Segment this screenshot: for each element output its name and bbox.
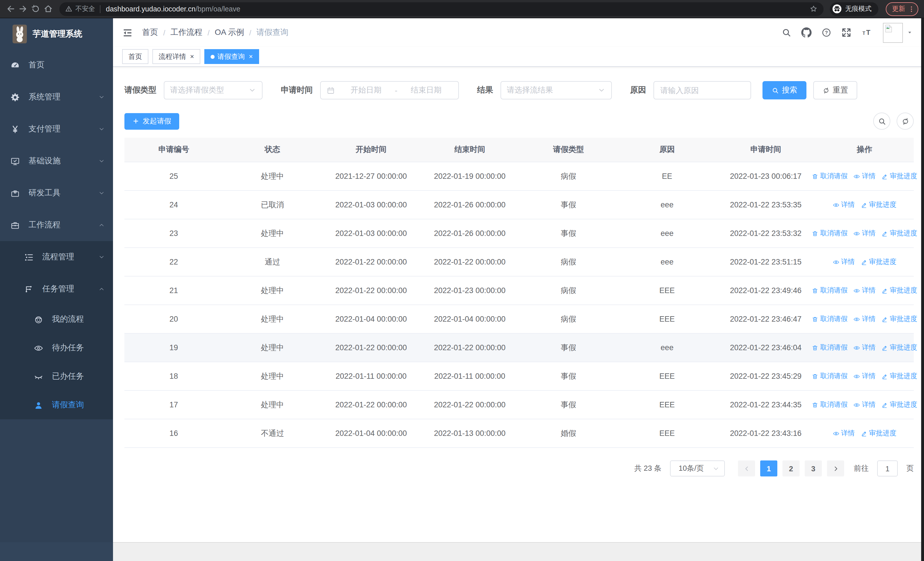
sidebar-item-task-mgmt[interactable]: 任务管理 — [0, 273, 113, 305]
page-button-3[interactable]: 3 — [805, 460, 822, 477]
sidebar-item-leave-query[interactable]: 请假查询 — [0, 391, 113, 419]
approval-progress-link[interactable]: 审批进度 — [881, 171, 917, 181]
sidebar-item-process-mgmt[interactable]: 流程管理 — [0, 241, 113, 273]
sidebar-item-system-mgmt[interactable]: 系统管理 — [0, 81, 113, 113]
page-button-1[interactable]: 1 — [760, 460, 777, 477]
hide-search-button[interactable] — [873, 113, 890, 130]
browser-menu-kebab-icon[interactable] — [908, 5, 915, 13]
sidebar-menu: 首页系统管理支付管理基础设施研发工具工作流程流程管理任务管理我的流程待办任务已办… — [0, 49, 113, 419]
date-range-picker[interactable]: 开始日期 - 结束日期 — [320, 81, 459, 99]
reset-button[interactable]: 重置 — [813, 81, 857, 99]
create-leave-button[interactable]: 发起请假 — [124, 113, 179, 129]
sidebar-item-my-process[interactable]: 我的流程 — [0, 305, 113, 334]
approval-progress-link[interactable]: 审批进度 — [860, 429, 896, 438]
eye-icon — [853, 316, 860, 322]
breadcrumb-item[interactable]: 请假查询 — [256, 27, 288, 38]
breadcrumb-item[interactable]: 首页 — [142, 27, 158, 38]
tab-home[interactable]: 首页 — [122, 49, 148, 64]
detail-link[interactable]: 详情 — [853, 286, 876, 295]
security-badge[interactable]: 不安全 — [75, 5, 95, 13]
reason-input[interactable] — [654, 81, 751, 99]
approval-progress-link[interactable]: 审批进度 — [860, 200, 896, 210]
tab-leave-query[interactable]: 请假查询× — [204, 49, 259, 64]
update-button[interactable]: 更新 — [886, 2, 918, 16]
approval-progress-link[interactable]: 审批进度 — [881, 314, 917, 324]
sidebar-item-done-task[interactable]: 已办任务 — [0, 362, 113, 391]
detail-link[interactable]: 详情 — [853, 314, 876, 324]
tab-process-detail[interactable]: 流程详情× — [152, 49, 200, 64]
approval-progress-link[interactable]: 审批进度 — [881, 343, 917, 352]
breadcrumb-item[interactable]: OA 示例 — [215, 27, 244, 38]
browser-reload-button[interactable] — [31, 4, 40, 14]
detail-link[interactable]: 详情 — [832, 429, 855, 438]
leave-type-select[interactable]: 请选择请假类型 — [164, 81, 262, 99]
close-tab-icon[interactable]: × — [249, 53, 253, 60]
end-date-input[interactable]: 结束日期 — [400, 85, 453, 95]
cancel-leave-link[interactable]: 取消请假 — [812, 314, 848, 324]
cell-leave-type: 事假 — [519, 362, 618, 391]
cell-id: 21 — [124, 276, 223, 305]
browser-forward-button[interactable] — [18, 4, 28, 14]
cell-apply-time: 2022-01-23 00:06:17 — [717, 162, 815, 191]
detail-link[interactable]: 详情 — [853, 171, 876, 181]
cell-apply-time: 2022-01-22 23:53:35 — [717, 191, 815, 219]
sidebar-item-home[interactable]: 首页 — [0, 49, 113, 81]
incognito-label: 无痕模式 — [845, 5, 872, 13]
sidebar-collapse-icon[interactable] — [122, 27, 133, 38]
approval-progress-link[interactable]: 审批进度 — [881, 400, 917, 410]
url-bar[interactable]: 不安全 dashboard.yudao.iocoder.cn /bpm/oa/l… — [59, 2, 824, 16]
breadcrumb-item[interactable]: 工作流程 — [170, 27, 202, 38]
browser-home-button[interactable] — [44, 4, 53, 14]
avatar[interactable] — [883, 23, 903, 42]
column-header: 开始时间 — [322, 138, 421, 162]
logo[interactable]: 芋道管理系统 — [0, 18, 113, 49]
cancel-leave-link[interactable]: 取消请假 — [812, 286, 848, 295]
search-icon — [878, 117, 886, 125]
approval-progress-link[interactable]: 审批进度 — [881, 286, 917, 295]
approval-progress-link[interactable]: 审批进度 — [881, 229, 917, 238]
sidebar-item-todo-task[interactable]: 待办任务 — [0, 334, 113, 362]
cancel-leave-link[interactable]: 取消请假 — [812, 171, 848, 181]
next-page-button[interactable] — [827, 460, 844, 477]
sidebar-item-dev-tools[interactable]: 研发工具 — [0, 177, 113, 209]
detail-link[interactable]: 详情 — [853, 229, 876, 238]
detail-link[interactable]: 详情 — [832, 257, 855, 267]
sidebar-bottom — [0, 542, 113, 561]
cancel-leave-link[interactable]: 取消请假 — [812, 371, 848, 381]
detail-link[interactable]: 详情 — [853, 400, 876, 410]
bookmark-star-icon[interactable] — [809, 5, 818, 13]
sidebar-item-workflow[interactable]: 工作流程 — [0, 209, 113, 241]
github-icon[interactable] — [801, 27, 812, 38]
tab-label: 流程详情 — [159, 52, 186, 62]
search-icon[interactable] — [782, 27, 792, 38]
page-scrollbar[interactable] — [921, 18, 924, 561]
fullscreen-icon[interactable] — [841, 27, 852, 38]
prev-page-button[interactable] — [738, 460, 755, 477]
browser-back-button[interactable] — [6, 4, 15, 14]
result-select[interactable]: 请选择流结果 — [501, 81, 612, 99]
briefcase-icon — [10, 220, 20, 230]
page-size-select[interactable]: 10条/页 — [670, 460, 725, 477]
detail-link[interactable]: 详情 — [832, 200, 855, 210]
close-tab-icon[interactable]: × — [190, 53, 194, 60]
sidebar-item-infrastructure[interactable]: 基础设施 — [0, 145, 113, 177]
leave-type-placeholder: 请选择请假类型 — [170, 85, 224, 95]
cancel-leave-link[interactable]: 取消请假 — [812, 343, 848, 352]
goto-page-input[interactable] — [877, 460, 898, 477]
detail-link[interactable]: 详情 — [853, 343, 876, 352]
start-date-input[interactable]: 开始日期 — [340, 85, 393, 95]
row-actions: 取消请假详情审批进度 — [815, 343, 914, 352]
user-menu[interactable] — [883, 23, 913, 42]
cell-actions: 取消请假详情审批进度 — [815, 219, 914, 248]
font-size-icon[interactable]: TT — [861, 27, 873, 38]
help-icon[interactable]: ? — [821, 27, 831, 38]
page-button-2[interactable]: 2 — [783, 460, 800, 477]
refresh-table-button[interactable] — [897, 113, 914, 130]
cancel-leave-link[interactable]: 取消请假 — [812, 229, 848, 238]
search-button[interactable]: 搜索 — [762, 81, 806, 99]
cancel-leave-link[interactable]: 取消请假 — [812, 400, 848, 410]
detail-link[interactable]: 详情 — [853, 371, 876, 381]
sidebar-item-payment-mgmt[interactable]: 支付管理 — [0, 113, 113, 145]
approval-progress-link[interactable]: 审批进度 — [881, 371, 917, 381]
approval-progress-link[interactable]: 审批进度 — [860, 257, 896, 267]
